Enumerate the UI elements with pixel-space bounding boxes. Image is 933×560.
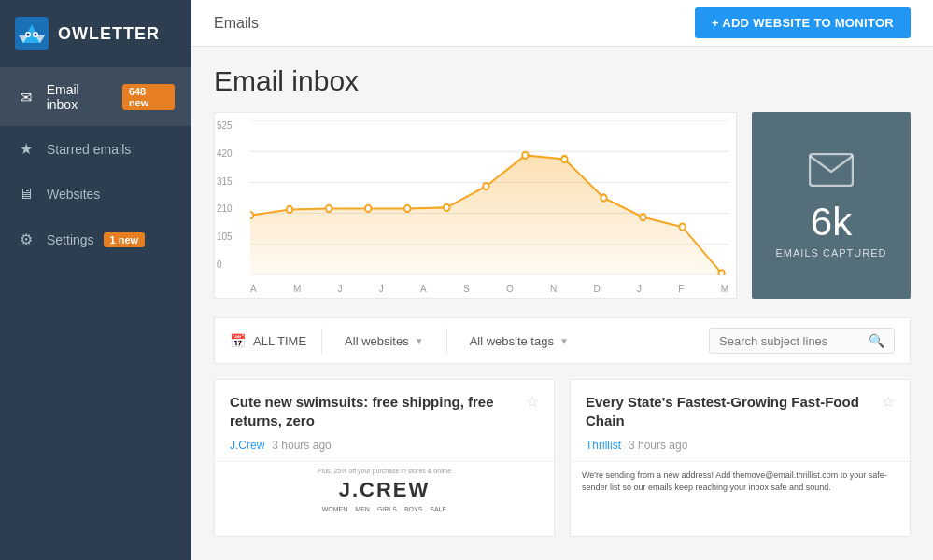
stats-card: 6k EMAILS CAPTURED bbox=[752, 112, 911, 299]
settings-icon: ⚙ bbox=[17, 231, 35, 248]
email-card-title-1: Every State's Fastest-Growing Fast-Food … bbox=[586, 393, 872, 429]
sidebar-item-email-inbox[interactable]: ✉ Email inbox 648 new bbox=[0, 68, 191, 126]
svg-point-19 bbox=[404, 205, 410, 212]
svg-point-25 bbox=[640, 214, 645, 220]
y-label-0: 0 bbox=[217, 259, 233, 270]
tags-filter[interactable]: All website tags ▼ bbox=[462, 329, 576, 354]
svg-point-18 bbox=[365, 205, 371, 212]
monitor-icon: 🖥 bbox=[17, 186, 35, 203]
y-label-1: 105 bbox=[217, 231, 233, 242]
search-bar[interactable]: 🔍 bbox=[709, 328, 895, 354]
chart-svg bbox=[250, 120, 728, 275]
stats-email-icon bbox=[809, 153, 854, 195]
email-meta-1: Thrillist 3 hours ago bbox=[571, 439, 910, 461]
add-website-button[interactable]: + ADD WEBSITE TO MONITOR bbox=[695, 7, 911, 38]
email-inbox-badge: 648 new bbox=[122, 84, 175, 110]
sidebar-label-websites: Websites bbox=[47, 187, 100, 202]
svg-point-15 bbox=[250, 212, 253, 218]
svg-point-22 bbox=[522, 152, 528, 159]
sidebar-label-email-inbox: Email inbox bbox=[47, 82, 113, 112]
sender-1: Thrillist bbox=[586, 439, 621, 452]
search-icon: 🔍 bbox=[869, 333, 884, 348]
email-card-title-0: Cute new swimsuits: free shipping, free … bbox=[230, 393, 516, 429]
email-icon: ✉ bbox=[17, 89, 35, 106]
svg-point-23 bbox=[561, 156, 567, 162]
email-preview-1: We're sending from a new address! Add th… bbox=[571, 461, 910, 537]
email-meta-0: J.Crew 3 hours ago bbox=[215, 439, 554, 461]
jcrew-logo: J.CREW bbox=[339, 478, 431, 502]
filter-divider-1 bbox=[321, 328, 322, 354]
svg-point-27 bbox=[718, 270, 724, 275]
main-content: Emails + ADD WEBSITE TO MONITOR Email in… bbox=[191, 0, 933, 560]
svg-point-16 bbox=[287, 206, 292, 213]
sidebar: OWLETTER ✉ Email inbox 648 new ★ Starred… bbox=[0, 0, 191, 560]
time-ago-1: 3 hours ago bbox=[629, 439, 687, 452]
chart-y-labels: 525 420 315 210 105 0 bbox=[217, 120, 233, 270]
email-card-0[interactable]: Cute new swimsuits: free shipping, free … bbox=[214, 379, 555, 537]
all-time-label: ALL TIME bbox=[253, 334, 306, 348]
y-label-2: 210 bbox=[217, 203, 233, 214]
svg-point-24 bbox=[601, 194, 606, 201]
page-title: Email inbox bbox=[214, 65, 911, 97]
jcrew-nav: WOMENMENGIRLSBOYSSALE bbox=[322, 506, 447, 512]
svg-point-20 bbox=[444, 204, 449, 211]
email-chart: 525 420 315 210 105 0 bbox=[214, 112, 737, 299]
star-button-1[interactable]: ☆ bbox=[882, 393, 895, 411]
logo-area: OWLETTER bbox=[0, 0, 191, 68]
time-ago-0: 3 hours ago bbox=[272, 439, 331, 452]
y-label-3: 315 bbox=[217, 176, 233, 187]
svg-point-21 bbox=[483, 183, 488, 189]
stats-label: EMAILS CAPTURED bbox=[776, 247, 887, 259]
filter-time[interactable]: 📅 ALL TIME bbox=[230, 333, 306, 348]
email-cards-grid: Cute new swimsuits: free shipping, free … bbox=[214, 379, 911, 537]
chart-section: 525 420 315 210 105 0 bbox=[214, 112, 911, 299]
thrillist-preview-text: We're sending from a new address! Add th… bbox=[582, 469, 898, 493]
star-button-0[interactable]: ☆ bbox=[526, 393, 539, 411]
topbar: Emails + ADD WEBSITE TO MONITOR bbox=[191, 0, 933, 47]
search-input[interactable] bbox=[719, 334, 869, 348]
y-label-4: 420 bbox=[217, 148, 233, 159]
svg-rect-28 bbox=[810, 154, 853, 186]
sidebar-label-settings: Settings bbox=[47, 232, 94, 247]
email-preview-0: Plus, 25% off your purchase in stores & … bbox=[215, 461, 554, 536]
settings-badge: 1 new bbox=[104, 232, 146, 247]
sidebar-item-websites[interactable]: 🖥 Websites bbox=[0, 172, 191, 217]
filter-divider-2 bbox=[446, 328, 447, 354]
websites-dropdown-arrow: ▼ bbox=[415, 336, 424, 346]
sidebar-item-settings[interactable]: ⚙ Settings 1 new bbox=[0, 217, 191, 262]
chart-x-labels: AMJJASONDJFM bbox=[250, 284, 728, 294]
stats-number: 6k bbox=[811, 203, 852, 242]
svg-point-17 bbox=[326, 205, 332, 212]
email-card-header-1: Every State's Fastest-Growing Fast-Food … bbox=[571, 380, 910, 439]
all-tags-label: All website tags bbox=[470, 334, 554, 348]
calendar-icon: 📅 bbox=[230, 333, 246, 348]
star-nav-icon: ★ bbox=[17, 140, 35, 158]
filter-bar: 📅 ALL TIME All websites ▼ All website ta… bbox=[214, 317, 911, 364]
y-label-5: 525 bbox=[217, 120, 233, 131]
owletter-logo-icon bbox=[15, 17, 49, 50]
logo-text: OWLETTER bbox=[58, 24, 160, 44]
all-websites-label: All websites bbox=[345, 334, 409, 348]
svg-point-26 bbox=[679, 223, 685, 230]
jcrew-promo-text: Plus, 25% off your purchase in stores & … bbox=[318, 468, 451, 474]
topbar-title: Emails bbox=[214, 15, 259, 32]
content-area: Email inbox 525 420 315 210 105 0 bbox=[191, 47, 933, 560]
sidebar-label-starred-emails: Starred emails bbox=[47, 142, 131, 157]
svg-marker-14 bbox=[250, 155, 728, 275]
sidebar-item-starred-emails[interactable]: ★ Starred emails bbox=[0, 126, 191, 172]
tags-dropdown-arrow: ▼ bbox=[559, 336, 569, 346]
svg-point-6 bbox=[27, 34, 30, 36]
sender-0: J.Crew bbox=[230, 439, 264, 452]
svg-point-7 bbox=[35, 34, 37, 36]
email-card-header-0: Cute new swimsuits: free shipping, free … bbox=[215, 380, 554, 439]
websites-filter[interactable]: All websites ▼ bbox=[337, 329, 431, 354]
email-card-1[interactable]: Every State's Fastest-Growing Fast-Food … bbox=[570, 379, 911, 537]
